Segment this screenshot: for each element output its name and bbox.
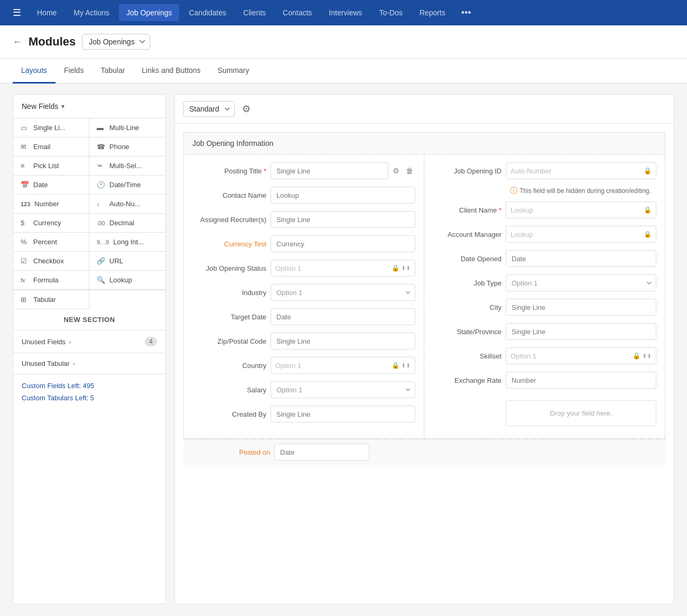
state-province-input[interactable] <box>506 323 656 340</box>
arrow-icon: ⬆⬇ <box>642 353 652 360</box>
field-type-long-int[interactable]: 9…9 Long Int... <box>89 233 165 252</box>
autonumber-icon: ↕ <box>97 201 105 207</box>
exchange-rate-input[interactable] <box>506 372 656 389</box>
posting-title-input[interactable] <box>271 162 388 179</box>
arrow-icon: ⬆⬇ <box>401 362 411 369</box>
field-type-datetime[interactable]: 🕐 Date/Time <box>89 176 165 195</box>
posting-title-input-group: ⚙ 🗑 <box>271 162 415 179</box>
created-by-input[interactable] <box>271 406 415 422</box>
job-opening-id-value: Auto-Number <box>510 167 551 175</box>
field-type-currency[interactable]: $ Currency <box>13 214 89 233</box>
hamburger-icon[interactable]: ☰ <box>8 3 25 23</box>
form-row-country: Country Option 1 🔒 ⬆⬇ <box>192 353 415 378</box>
tab-tabular[interactable]: Tabular <box>92 59 133 84</box>
chevron-right-icon: › <box>73 360 75 367</box>
nav-item-reports[interactable]: Reports <box>412 4 453 21</box>
job-type-label: Job Type <box>433 279 502 287</box>
form-row-industry: Industry Option 1 <box>192 280 415 305</box>
field-type-pick-list[interactable]: ≡ Pick List <box>13 157 89 176</box>
field-type-lookup[interactable]: 🔍 Lookup <box>89 271 165 290</box>
tab-links-and-buttons[interactable]: Links and Buttons <box>133 59 209 84</box>
form-row-exchange-rate: Exchange Rate <box>433 368 656 392</box>
form-row-created-by: Created By <box>192 402 415 426</box>
nav-item-job-openings[interactable]: Job Openings <box>119 4 179 21</box>
lock-icon: 🔒 <box>633 352 640 360</box>
nav-item-todos[interactable]: To-Dos <box>372 4 410 21</box>
nav-item-contacts[interactable]: Contacts <box>275 4 319 21</box>
module-dropdown[interactable]: Job Openings <box>82 34 150 50</box>
field-type-multi-line[interactable]: ▬ Multi-Line <box>89 118 165 137</box>
field-type-tabular[interactable]: ⊞ Tabular <box>13 290 89 309</box>
tab-layouts[interactable]: Layouts <box>13 59 55 84</box>
nav-item-candidates[interactable]: Candidates <box>181 4 234 21</box>
tab-summary[interactable]: Summary <box>209 59 258 84</box>
salary-select[interactable]: Option 1 <box>271 381 415 398</box>
back-button[interactable]: ← <box>13 36 22 48</box>
posting-title-label: Posting Title <box>192 167 266 175</box>
form-row-state-province: State/Province <box>433 319 656 344</box>
form-grid: Posting Title ⚙ 🗑 Contact Name <box>183 154 665 439</box>
field-type-number[interactable]: 123 Number <box>13 195 89 214</box>
form-row-client-name: Client Name Lookup 🔒 <box>433 198 656 222</box>
chevron-right-icon: › <box>69 338 71 346</box>
city-label: City <box>433 304 502 311</box>
field-type-multi-select[interactable]: ≔ Multi-Sel... <box>89 157 165 176</box>
layout-dropdown[interactable]: Standard <box>183 101 235 117</box>
field-type-percent[interactable]: % Percent <box>13 233 89 252</box>
country-value: Option 1 <box>275 362 301 370</box>
field-type-label: Date <box>33 181 48 189</box>
field-type-label: Email <box>33 143 51 151</box>
field-type-phone[interactable]: ☎ Phone <box>89 137 165 157</box>
field-type-decimal[interactable]: .00 Decimal <box>89 214 165 233</box>
account-manager-value: Lookup <box>510 231 533 238</box>
nav-item-my-actions[interactable]: My Actions <box>66 4 117 21</box>
created-by-label: Created By <box>192 410 266 418</box>
job-type-select[interactable]: Option 1 <box>506 274 656 291</box>
field-type-label: Single Li... <box>33 124 66 132</box>
city-input[interactable] <box>506 299 656 316</box>
unused-fields-section[interactable]: Unused Fields › 4 <box>13 330 165 353</box>
field-type-email[interactable]: ✉ Email <box>13 137 89 157</box>
new-fields-toggle[interactable]: New Fields ▾ <box>13 95 165 118</box>
settings-button[interactable]: ⚙ <box>240 101 253 117</box>
target-date-input[interactable] <box>271 308 415 325</box>
date-opened-input[interactable] <box>506 250 656 267</box>
unused-tabular-section[interactable]: Unused Tabular › <box>13 353 165 374</box>
currency-test-input[interactable] <box>271 235 415 252</box>
industry-select[interactable]: Option 1 <box>271 284 415 301</box>
nav-item-home[interactable]: Home <box>30 4 64 21</box>
contact-name-input[interactable] <box>271 187 415 204</box>
field-type-checkbox[interactable]: ☑ Checkbox <box>13 252 89 271</box>
nav-item-interviews[interactable]: Interviews <box>321 4 369 21</box>
form-row-skillset: Skillset Option 1 🔒 ⬆⬇ <box>433 344 656 368</box>
tab-fields[interactable]: Fields <box>55 59 92 84</box>
posting-title-delete-icon[interactable]: 🗑 <box>404 166 415 176</box>
custom-tabulars-link[interactable]: Custom Tabulars Left: 5 <box>22 394 157 402</box>
form-row-currency-test: Currency Test <box>192 232 415 256</box>
zip-postal-input[interactable] <box>271 333 415 350</box>
field-type-label: Percent <box>33 238 57 246</box>
posted-on-input[interactable] <box>274 444 369 461</box>
salary-label: Salary <box>192 386 266 394</box>
field-type-autonumber[interactable]: ↕ Auto-Nu... <box>89 195 165 214</box>
custom-fields-info: Custom Fields Left: 495 Custom Tabulars … <box>13 374 165 413</box>
field-type-single-line[interactable]: ▭ Single Li... <box>13 118 89 137</box>
phone-icon: ☎ <box>97 143 105 151</box>
form-row-drop-zone: Drop your field here. <box>433 392 656 434</box>
country-label: Country <box>192 362 266 370</box>
main-content: New Fields ▾ ▭ Single Li... ▬ Multi-Line… <box>0 84 687 615</box>
nav-more-icon[interactable]: ••• <box>455 3 478 23</box>
nav-item-clients[interactable]: Clients <box>236 4 273 21</box>
field-type-formula[interactable]: fx Formula <box>13 271 89 290</box>
posting-title-settings-icon[interactable]: ⚙ <box>391 166 402 176</box>
job-opening-id-label: Job Opening ID <box>433 167 502 175</box>
field-type-date[interactable]: 📅 Date <box>13 176 89 195</box>
single-line-icon: ▭ <box>21 124 29 132</box>
drop-zone[interactable]: Drop your field here. <box>506 400 656 426</box>
form-right-column: Job Opening ID Auto-Number 🔒 ⓘ This fiel… <box>424 154 665 438</box>
field-type-url[interactable]: 🔗 URL <box>89 252 165 271</box>
custom-fields-link[interactable]: Custom Fields Left: 495 <box>22 382 157 390</box>
assigned-recruiters-input[interactable] <box>271 211 415 228</box>
new-section-button[interactable]: NEW SECTION <box>13 309 165 330</box>
number-icon: 123 <box>21 201 30 207</box>
